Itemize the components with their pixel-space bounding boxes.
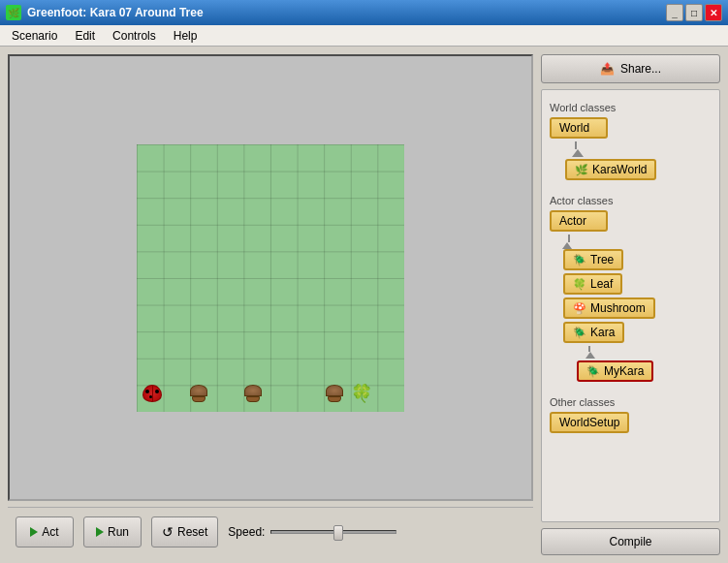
title-bar: 🌿 Greenfoot: Kara 07 Around Tree _ □ ✕ [0,0,728,25]
mushroom-class-box[interactable]: 🍄 Mushroom [563,297,655,319]
run-button[interactable]: Run [83,516,142,547]
compile-button[interactable]: Compile [541,528,720,555]
tree-sprite-2 [241,382,265,405]
karaworld-class-row: 🌿 KaraWorld [565,159,712,180]
right-panel: 📤 Share... World classes World [541,54,720,555]
karaworld-class-box[interactable]: 🌿 KaraWorld [565,159,656,180]
share-button[interactable]: 📤 Share... [541,54,720,83]
kara-sprite [141,382,164,405]
grid-area: 🍀 [137,144,404,412]
kara-class-label: Kara [590,326,615,339]
share-label: Share... [620,62,661,76]
world-section-label: World classes [550,102,712,113]
tree-class-box[interactable]: 🪲 Tree [563,249,623,270]
menu-scenario[interactable]: Scenario [4,27,65,45]
speed-slider[interactable] [270,530,396,534]
leaf-class-box[interactable]: 🍀 Leaf [563,273,622,295]
share-icon: 📤 [600,62,615,76]
window-title: Greenfoot: Kara 07 Around Tree [27,6,204,19]
actor-class-label: Actor [559,214,586,228]
close-button[interactable]: ✕ [705,4,722,21]
kara-class-row: 🪲 Kara [563,322,712,343]
world-canvas: 🍀 [8,54,533,501]
tree-class-label: Tree [590,253,614,266]
tree-sprite-1 [187,382,210,405]
reset-button[interactable]: ↺ Reset [151,516,218,547]
grid-lines [137,144,404,412]
actor-class-row: Actor [550,210,712,232]
world-class-box[interactable]: World [550,117,608,139]
menu-bar: Scenario Edit Controls Help [0,25,728,47]
kara-class-box[interactable]: 🪲 Kara [563,322,624,343]
mykara-class-label: MyKara [604,364,644,378]
leaf-class-label: Leaf [590,277,613,291]
mykara-class-box[interactable]: 🪲 MyKara [577,360,653,382]
act-icon [30,527,38,537]
mushroom-class-label: Mushroom [590,301,646,315]
class-panel: World classes World 🌿 KaraWorld [541,89,720,522]
speed-section: Speed: [228,525,396,539]
worldsetup-class-label: WorldSetup [559,416,619,429]
tree-sprite-3 [323,382,346,405]
karaworld-class-label: KaraWorld [592,163,647,176]
window-controls[interactable]: _ □ ✕ [666,4,722,21]
mykara-class-row: 🪲 MyKara [577,360,712,382]
speed-label: Speed: [228,525,265,539]
world-class-label: World [559,121,589,135]
actor-section: Actor classes Actor [550,191,712,385]
menu-controls[interactable]: Controls [105,27,164,45]
main-content: 🍀 Act Run ↺ Reset Speed: [0,47,728,563]
controls-bar: Act Run ↺ Reset Speed: [8,507,533,555]
compile-label: Compile [609,535,651,548]
menu-edit[interactable]: Edit [67,27,103,45]
mushroom-class-row: 🍄 Mushroom [563,297,712,319]
other-section: Other classes WorldSetup [550,392,712,436]
reset-icon: ↺ [162,524,174,540]
app-icon: 🌿 [6,5,21,20]
worldsetup-class-box[interactable]: WorldSetup [550,412,629,433]
clover-sprite: 🍀 [350,382,373,405]
speed-thumb[interactable] [333,525,343,541]
world-section: World classes World 🌿 KaraWorld [550,98,712,183]
world-class-row: World [550,117,712,139]
maximize-button[interactable]: □ [685,4,703,21]
worldsetup-class-row: WorldSetup [550,412,712,433]
menu-help[interactable]: Help [166,27,206,45]
leaf-class-row: 🍀 Leaf [563,273,712,295]
tree-class-row: 🪲 Tree [563,249,712,270]
actor-class-box[interactable]: Actor [550,210,608,232]
left-panel: 🍀 Act Run ↺ Reset Speed: [8,54,533,555]
run-icon [96,527,104,537]
actor-section-label: Actor classes [550,195,712,206]
run-label: Run [108,525,129,539]
reset-label: Reset [177,525,207,539]
act-label: Act [42,525,58,539]
minimize-button[interactable]: _ [666,4,683,21]
act-button[interactable]: Act [16,516,74,547]
other-section-label: Other classes [550,396,712,408]
